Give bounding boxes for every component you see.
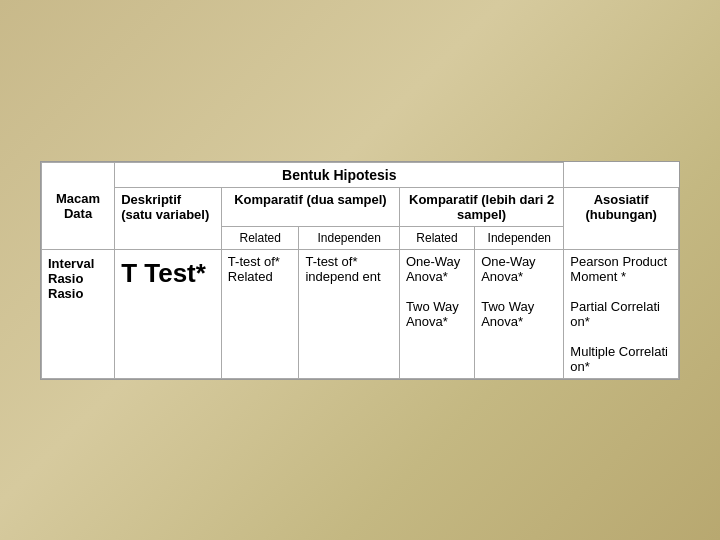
asosiatif-label: Asosiatif (hubungan): [585, 192, 656, 222]
independen-2-label: Independen: [488, 231, 551, 245]
t-test-independ-text: T-test of* independ ent: [305, 254, 392, 284]
macam-data-header: Macam Data: [42, 162, 115, 249]
t-test-big-text: T Test*: [121, 258, 206, 288]
main-table-container: Macam Data Bentuk Hipotesis Deskriptif (…: [40, 161, 680, 380]
t-test-independ-cell: T-test of* independ ent: [299, 249, 399, 378]
t-test-related-text: T-test of* Related: [228, 254, 293, 284]
bentuk-hipotesis-label: Bentuk Hipotesis: [282, 167, 396, 183]
one-way-anova-1-text: One-Way Anova*: [406, 254, 468, 284]
background: Macam Data Bentuk Hipotesis Deskriptif (…: [0, 0, 720, 540]
komparatif-2-label: Komparatif (lebih dari 2 sampel): [409, 192, 554, 222]
statistics-table: Macam Data Bentuk Hipotesis Deskriptif (…: [41, 162, 679, 379]
two-way-anova-1-text: Two Way Anova*: [406, 299, 468, 329]
komparatif-1-header: Komparatif (dua sampel): [221, 187, 399, 226]
deskriptif-label: Deskriptif (satu variabel): [121, 192, 209, 222]
independen-2-header: Independen: [475, 226, 564, 249]
related-1-label: Related: [239, 231, 280, 245]
komparatif-2-header: Komparatif (lebih dari 2 sampel): [399, 187, 563, 226]
interval-rasio-label: Interval Rasio Rasio: [42, 249, 115, 378]
related-1-header: Related: [221, 226, 299, 249]
one-way-anova-2-cell: One-Way Anova* Two Way Anova*: [475, 249, 564, 378]
asosiatif-header: Asosiatif (hubungan): [564, 187, 679, 249]
two-way-anova-2-text: Two Way Anova*: [481, 299, 557, 329]
pearson-product-text: Pearson Product Moment *: [570, 254, 672, 284]
komparatif-1-label: Komparatif (dua sampel): [234, 192, 386, 207]
independen-1-header: Independen: [299, 226, 399, 249]
one-way-anova-2-text: One-Way Anova*: [481, 254, 557, 284]
t-test-big-cell: T Test*: [115, 249, 222, 378]
macam-data-label: Macam Data: [56, 191, 100, 221]
t-test-related-cell: T-test of* Related: [221, 249, 299, 378]
interval-rasio-text: Interval Rasio: [48, 256, 108, 286]
independen-1-label: Independen: [317, 231, 380, 245]
asosiatif-cell: Pearson Product Moment * Partial Correla…: [564, 249, 679, 378]
related-2-label: Related: [416, 231, 457, 245]
partial-correlation-text: Partial Correlati on*: [570, 299, 672, 329]
bentuk-hipotesis-header: Bentuk Hipotesis: [115, 162, 564, 187]
multiple-correlation-text: Multiple Correlati on*: [570, 344, 672, 374]
one-way-anova-1-cell: One-Way Anova* Two Way Anova*: [399, 249, 474, 378]
deskriptif-header: Deskriptif (satu variabel): [115, 187, 222, 249]
table-row: Interval Rasio Rasio T Test* T-test of* …: [42, 249, 679, 378]
related-2-header: Related: [399, 226, 474, 249]
rasio-label: Rasio: [48, 286, 108, 301]
